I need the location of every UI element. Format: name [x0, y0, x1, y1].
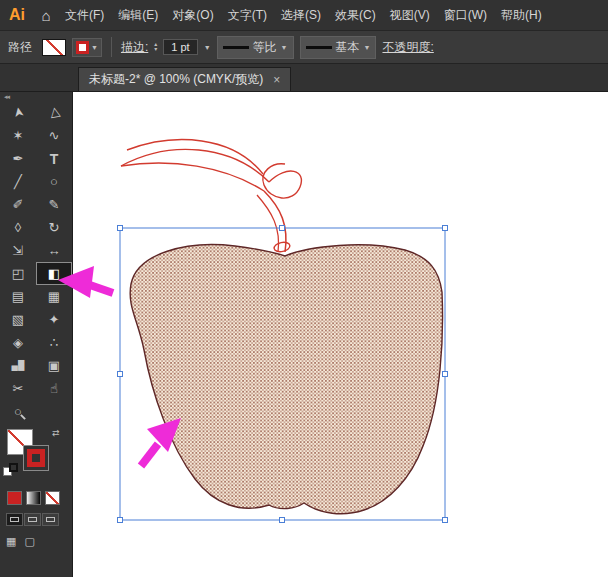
default-fill-stroke-button[interactable]: [3, 463, 19, 477]
menu-object[interactable]: 对象(O): [165, 0, 220, 30]
perspective-grid-tool[interactable]: ▤: [0, 285, 36, 308]
ellipse-tool[interactable]: ○: [36, 170, 72, 193]
tools-panel: ◂◂ ➤ ▷ ✶ ∿ ✒ T ╱ ○ ✐ ✎ ◊ ↻ ⇲ ↔ ◰ ◧ ▤ ▦ ▧…: [0, 92, 73, 577]
stepper-down-icon[interactable]: ▾: [154, 47, 157, 52]
rotate-tool[interactable]: ↻: [36, 216, 72, 239]
pencil-tool[interactable]: ✎: [36, 193, 72, 216]
direct-selection-tool-icon: ▷: [47, 106, 62, 118]
ellipse-tool-icon: ○: [50, 175, 58, 188]
leaf-sketch[interactable]: [121, 140, 301, 198]
chevron-down-icon: ▼: [281, 44, 288, 51]
home-icon[interactable]: ⌂: [34, 7, 58, 24]
illustrator-window: Ai ⌂ 文件(F) 编辑(E) 对象(O) 文字(T) 选择(S) 效果(C)…: [0, 0, 608, 577]
symbol-sprayer-tool[interactable]: ∴: [36, 331, 72, 354]
stroke-weight-dropdown-icon[interactable]: ▼: [204, 44, 211, 51]
direct-selection-tool[interactable]: ▷: [36, 101, 72, 124]
menu-select[interactable]: 选择(S): [274, 0, 328, 30]
menu-file[interactable]: 文件(F): [58, 0, 111, 30]
document-tab-title: 未标题-2* @ 100% (CMYK/预览): [89, 71, 263, 88]
selection-handle[interactable]: [443, 518, 448, 523]
rotate-tool-icon: ↻: [49, 221, 60, 234]
selection-handle[interactable]: [118, 226, 123, 231]
selection-tool-icon: ➤: [11, 106, 26, 119]
slice-tool[interactable]: ✂: [0, 377, 36, 400]
selection-handle[interactable]: [280, 226, 285, 231]
menu-type[interactable]: 文字(T): [221, 0, 274, 30]
mesh-tool-icon: ▦: [48, 290, 60, 303]
blend-tool[interactable]: ◈: [0, 331, 36, 354]
selection-tool[interactable]: ➤: [0, 101, 36, 124]
apple-shape[interactable]: [130, 245, 442, 514]
artboard-tool-icon: ▣: [48, 359, 60, 372]
menu-effect[interactable]: 效果(C): [328, 0, 383, 30]
gradient-button[interactable]: [26, 491, 41, 505]
menu-view[interactable]: 视图(V): [383, 0, 437, 30]
magic-wand-tool-icon: ✶: [13, 129, 24, 142]
symbol-sprayer-tool-icon: ∴: [50, 336, 58, 349]
eyedropper-tool-icon: ✦: [49, 313, 60, 326]
brush-preview: [306, 46, 332, 49]
menu-window[interactable]: 窗口(W): [437, 0, 494, 30]
draw-inside-button[interactable]: [42, 513, 59, 526]
paintbrush-tool-icon: ✐: [13, 198, 24, 211]
selection-handle[interactable]: [443, 226, 448, 231]
mesh-tool[interactable]: ▦: [36, 285, 72, 308]
control-bar: 路径 ▼ 描边: ▴ ▾ 1 pt ▼ 等比 ▼ 基本 ▼ 不透明度:: [0, 30, 608, 64]
swap-fill-stroke-icon[interactable]: ⇄: [52, 428, 60, 438]
stroke-color-dropdown[interactable]: ▼: [72, 38, 102, 57]
width-profile-dropdown[interactable]: 等比 ▼: [217, 36, 294, 59]
stroke-swatch[interactable]: [23, 445, 49, 471]
selection-handle[interactable]: [443, 372, 448, 377]
type-tool-icon: T: [50, 152, 59, 166]
tools-grid: ➤ ▷ ✶ ∿ ✒ T ╱ ○ ✐ ✎ ◊ ↻ ⇲ ↔ ◰ ◧ ▤ ▦ ▧ ✦ …: [0, 101, 72, 423]
document-tab[interactable]: 未标题-2* @ 100% (CMYK/预览) ×: [78, 67, 291, 91]
fill-color-swatch[interactable]: [42, 39, 66, 56]
gradient-tool[interactable]: ▧: [0, 308, 36, 331]
opacity-link[interactable]: 不透明度:: [382, 39, 433, 56]
paintbrush-tool[interactable]: ✐: [0, 193, 36, 216]
scale-tool-icon: ⇲: [13, 244, 24, 257]
magic-wand-tool[interactable]: ✶: [0, 124, 36, 147]
chevron-down-icon: ▼: [364, 44, 371, 51]
stroke-panel-link[interactable]: 描边:: [121, 39, 148, 56]
selection-handle[interactable]: [280, 518, 285, 523]
eyedropper-tool[interactable]: ✦: [36, 308, 72, 331]
column-graph-tool[interactable]: ▄█: [0, 354, 36, 377]
eraser-tool[interactable]: ◊: [0, 216, 36, 239]
zoom-tool[interactable]: ○: [0, 400, 36, 423]
app-logo: Ai: [0, 6, 34, 24]
artboard-canvas[interactable]: [73, 92, 608, 577]
stroke-weight-value[interactable]: 1 pt: [163, 39, 197, 55]
type-tool[interactable]: T: [36, 147, 72, 170]
brush-definition-dropdown[interactable]: 基本 ▼: [300, 36, 377, 59]
lasso-tool[interactable]: ∿: [36, 124, 72, 147]
hand-tool[interactable]: ☝: [36, 377, 72, 400]
menu-help[interactable]: 帮助(H): [494, 0, 549, 30]
color-button[interactable]: [7, 491, 22, 505]
selection-handle[interactable]: [118, 518, 123, 523]
normal-screen-icon[interactable]: ▢: [24, 535, 34, 548]
stem-base-ellipse[interactable]: [273, 241, 291, 253]
artboard-tool[interactable]: ▣: [36, 354, 72, 377]
width-profile-preview: [223, 46, 249, 49]
width-tool-icon: ↔: [48, 244, 61, 257]
blend-tool-icon: ◈: [13, 336, 23, 349]
drawing-modes: [0, 513, 72, 526]
width-tool[interactable]: ↔: [36, 239, 72, 262]
draw-behind-button[interactable]: [24, 513, 41, 526]
none-button[interactable]: [45, 491, 60, 505]
screen-mode-icon[interactable]: ▦: [6, 535, 16, 548]
panel-collapse-icon[interactable]: ◂◂: [0, 92, 72, 101]
menu-edit[interactable]: 编辑(E): [111, 0, 165, 30]
selection-handle[interactable]: [118, 372, 123, 377]
line-segment-tool[interactable]: ╱: [0, 170, 36, 193]
free-transform-tool[interactable]: ◰: [0, 262, 36, 285]
stroke-color-swatch: [76, 41, 89, 54]
draw-normal-button[interactable]: [6, 513, 23, 526]
pen-tool[interactable]: ✒: [0, 147, 36, 170]
close-icon[interactable]: ×: [273, 73, 280, 87]
scale-tool[interactable]: ⇲: [0, 239, 36, 262]
stroke-weight-stepper[interactable]: ▴ ▾: [154, 42, 157, 52]
chevron-down-icon: ▼: [91, 44, 98, 51]
shape-builder-tool[interactable]: ◧: [36, 262, 72, 285]
